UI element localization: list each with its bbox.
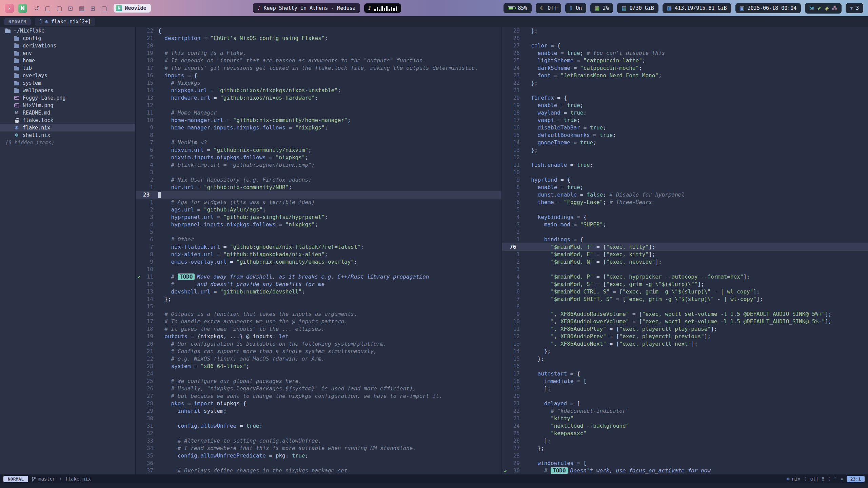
- code-line[interactable]: 26 enable = true; # You can't disable th…: [502, 49, 868, 57]
- code-line[interactable]: 2 ags.url = "github:Aylur/ags";: [136, 206, 501, 214]
- tree-root[interactable]: ~/NixFlake: [0, 27, 135, 35]
- code-line[interactable]: 6 "$mainMod CTRL, S" = ["exec, grim -g \…: [502, 288, 868, 296]
- code-line[interactable]: 13 devshell.url = "github:numtide/devshe…: [136, 288, 501, 296]
- code-line[interactable]: 22{: [136, 27, 501, 35]
- code-line[interactable]: 3: [136, 169, 501, 176]
- code-line[interactable]: 8: [502, 303, 868, 310]
- code-line[interactable]: 23 "kitty": [502, 415, 868, 422]
- tray-expander[interactable]: ▾ 3: [846, 3, 863, 13]
- code-line[interactable]: 35 config.allowUnfreePredicate = pkg: tr…: [136, 452, 501, 460]
- code-line[interactable]: 17 autostart = {: [502, 370, 868, 378]
- code-line[interactable]: 26 # Usually, "nixpkgs.legacyPackages.${…: [136, 385, 501, 392]
- code-line[interactable]: 10 home-manager.url = "github:nix-commun…: [136, 117, 501, 124]
- code-line[interactable]: 10: [502, 169, 868, 176]
- tree-item-shell.nix[interactable]: ❄shell.nix: [0, 131, 135, 139]
- code-line[interactable]: 28: [502, 35, 868, 42]
- tree-item-README.md[interactable]: MREADME.md: [0, 109, 135, 117]
- tree-item-wallpapers[interactable]: wallpapers: [0, 87, 135, 94]
- code-line[interactable]: 1 "$mainMod, E" = ["exec, kitty"];: [502, 251, 868, 258]
- code-line[interactable]: 29 };: [502, 27, 868, 35]
- code-line[interactable]: 1 # Ags for widgets (this was a terrible…: [136, 199, 501, 206]
- system-tray[interactable]: ✉✔◈⁂: [805, 3, 842, 14]
- code-line[interactable]: 3 hyprpanel.url = "github:jas-singhfsu/h…: [136, 214, 501, 221]
- code-line[interactable]: 15 defaultBookmarks = true;: [502, 131, 868, 139]
- code-line[interactable]: 18 # It depends on "inputs" that are pas…: [136, 57, 501, 64]
- tree-item-lib[interactable]: lib: [0, 64, 135, 72]
- code-line[interactable]: 23: [136, 191, 501, 199]
- code-line[interactable]: ✔11 # TODOMove away from devshell, as it…: [136, 273, 501, 281]
- code-line[interactable]: 22 };: [502, 79, 868, 87]
- code-line[interactable]: 13 ", XF86AudioNext" = ["exec, playerctl…: [502, 340, 868, 348]
- tree-item-overlays[interactable]: overlays: [0, 72, 135, 79]
- tree-item-derivations[interactable]: derivations: [0, 42, 135, 49]
- code-line[interactable]: 19 ];: [502, 385, 868, 392]
- tree-item-flake.nix[interactable]: ❄flake.nix: [0, 124, 135, 131]
- cpu-pill[interactable]: ▦2%: [590, 3, 613, 13]
- tree-item-NixVim.png[interactable]: NixVim.png: [0, 102, 135, 109]
- code-line[interactable]: 16 inputs = {: [136, 72, 501, 79]
- code-line[interactable]: 5 nixvim.inputs.nixpkgs.follows = "nixpk…: [136, 154, 501, 161]
- code-line[interactable]: 16: [502, 363, 868, 370]
- code-line[interactable]: 32: [136, 430, 501, 437]
- bluetooth-pill[interactable]: ᛒOn: [565, 3, 586, 13]
- buffer-tab[interactable]: 1 ❄ flake.nix[2+]: [35, 18, 95, 26]
- night-light-pill[interactable]: ☾Off: [536, 3, 561, 13]
- terminal-logo-icon[interactable]: ›: [5, 4, 14, 13]
- code-line[interactable]: 9 ", XF86AudioRaiseVolume" = ["exec, wpc…: [502, 310, 868, 318]
- code-line[interactable]: 4 # blink-cmp.url = "github:saghen/blink…: [136, 161, 501, 169]
- code-line[interactable]: 76 "$mainMod, T" = ["exec, kitty"];: [502, 243, 868, 251]
- code-line[interactable]: 12: [136, 102, 501, 109]
- code-line[interactable]: 7 "$mainMod SHIFT, S" = ["exec, grim -g …: [502, 296, 868, 303]
- code-line[interactable]: 24 darkScheme = "catppuccin-mocha";: [502, 64, 868, 72]
- code-line[interactable]: 9 hyprland = {: [502, 176, 868, 184]
- code-line[interactable]: 21: [502, 87, 868, 94]
- code-line[interactable]: 19 # This config is a Flake.: [136, 49, 501, 57]
- code-line[interactable]: 27 };: [502, 445, 868, 452]
- code-line[interactable]: 2 # Nix User Repository (e.g. Firefox ad…: [136, 176, 501, 184]
- code-line[interactable]: 31 config.allowUnfree = true;: [136, 422, 501, 430]
- code-line[interactable]: 2 "$mainMod, N" = ["exec, neovide"];: [502, 258, 868, 266]
- code-line[interactable]: 15: [136, 303, 501, 310]
- code-line[interactable]: 20 # Our configuration is buildable on t…: [136, 340, 501, 348]
- code-line[interactable]: 22 # e.g. NixOS (linux) and MacOS (darwi…: [136, 355, 501, 363]
- code-line[interactable]: 7 dunst.enable = false; # Disable for hy…: [502, 191, 868, 199]
- code-line[interactable]: 20: [136, 42, 501, 49]
- code-line[interactable]: 1 nur.url = "github:nix-community/NUR";: [136, 184, 501, 191]
- code-line[interactable]: 24 "nextcloud --background": [502, 422, 868, 430]
- code-line[interactable]: 17 vaapi = true;: [502, 117, 868, 124]
- music-widget[interactable]: ♪ Keep Shelly In Athens - Medusa: [253, 3, 360, 13]
- code-line[interactable]: 14 nixpkgs.url = "github:nixos/nixpkgs/n…: [136, 87, 501, 94]
- code-line[interactable]: 24: [136, 370, 501, 378]
- code-line[interactable]: 28: [502, 452, 868, 460]
- code-line[interactable]: 14 gnomeTheme = true;: [502, 139, 868, 146]
- tree-item-home[interactable]: home: [0, 57, 135, 64]
- code-line[interactable]: 5: [502, 206, 868, 214]
- code-line[interactable]: 5 "$mainMod, S" = ["exec, grim -g \"$(sl…: [502, 281, 868, 288]
- code-line[interactable]: 25 # We configure our global packages he…: [136, 378, 501, 385]
- code-line[interactable]: 11 fish.enable = true;: [502, 161, 868, 169]
- tree-item-system[interactable]: system: [0, 79, 135, 87]
- code-line[interactable]: 6 nixvim.url = "github:nix-community/nix…: [136, 146, 501, 154]
- code-line[interactable]: 28 pkgs = import nixpkgs {: [136, 400, 501, 407]
- code-line[interactable]: 16 # Outputs is a function that takes th…: [136, 310, 501, 318]
- code-line[interactable]: 5: [136, 228, 501, 236]
- active-window-badge[interactable]: N Neovide: [114, 4, 151, 13]
- code-line[interactable]: 12 # and doesn't provide any benefits fo…: [136, 281, 501, 288]
- code-line[interactable]: 12 ", XF86AudioPrev" = ["exec, playerctl…: [502, 333, 868, 340]
- code-line[interactable]: 1 bindings = {: [502, 236, 868, 243]
- code-line[interactable]: 18 immediate = [: [502, 378, 868, 385]
- code-line[interactable]: 8 nix-alien.url = "github:thiagokokada/n…: [136, 251, 501, 258]
- code-line[interactable]: 11 # Home Manager: [136, 109, 501, 117]
- code-line[interactable]: 33 # Alternative to setting config.allow…: [136, 437, 501, 445]
- code-line[interactable]: 21 # Configs can support more than a sin…: [136, 348, 501, 355]
- code-line[interactable]: 21 delayed = [: [502, 400, 868, 407]
- neovim-logo-icon[interactable]: N: [18, 4, 27, 13]
- code-line[interactable]: 12: [502, 154, 868, 161]
- code-line[interactable]: 10 ", XF86AudioLowerVolume" = ["exec, wp…: [502, 318, 868, 325]
- code-line[interactable]: 15 };: [502, 355, 868, 363]
- code-line[interactable]: 6 # Other: [136, 236, 501, 243]
- code-line[interactable]: 6 theme = "Foggy-Lake"; # Three-Bears: [502, 199, 868, 206]
- code-line[interactable]: 17 # To handle extra arguments we use th…: [136, 318, 501, 325]
- code-line[interactable]: 10: [136, 266, 501, 273]
- code-line[interactable]: 13 hardware.url = "github:nixos/nixos-ha…: [136, 94, 501, 102]
